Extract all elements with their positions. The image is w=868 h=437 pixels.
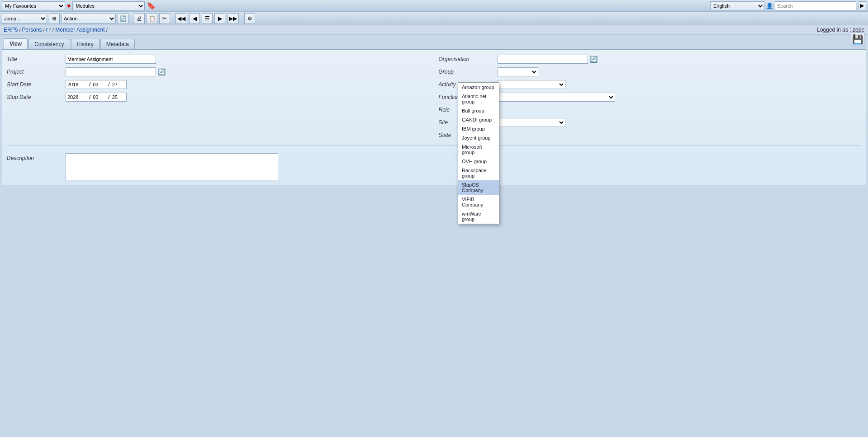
- last-button[interactable]: ▶▶: [227, 13, 239, 24]
- scissors-button[interactable]: ✂: [159, 13, 170, 24]
- tabs-bar: View Consistency History Metadata: [0, 35, 868, 49]
- form-left: Title Project 🔄 Start Date / /: [7, 54, 430, 143]
- extra-button[interactable]: ⚙: [244, 13, 255, 24]
- title-input[interactable]: [66, 55, 156, 64]
- top-bar-right: English 👤 ▶: [710, 1, 866, 10]
- language-dropdown[interactable]: English: [710, 1, 764, 10]
- role-row: Role: [439, 105, 862, 115]
- favourites-dropdown[interactable]: My Favourites: [2, 1, 65, 10]
- group-label: Group: [439, 69, 498, 75]
- stop-date-year[interactable]: [66, 93, 88, 102]
- tab-consistency[interactable]: Consistency: [28, 39, 70, 49]
- start-date-row: Start Date / /: [7, 80, 430, 89]
- breadcrumb-member-assignment[interactable]: Member Assignment: [55, 27, 104, 33]
- stop-date-label: Stop Date: [7, 94, 66, 100]
- search-button[interactable]: ▶: [858, 1, 866, 10]
- stop-date-sep1: /: [88, 93, 91, 102]
- form-section: Title Project 🔄 Start Date / /: [7, 54, 861, 143]
- group-row: Group: [439, 67, 862, 77]
- tab-view[interactable]: View: [4, 38, 28, 49]
- start-date-sep2: /: [107, 80, 110, 89]
- activity-row: Activity: [439, 80, 862, 89]
- stop-date-row: Stop Date / /: [7, 92, 430, 102]
- group-option-atlantic[interactable]: Atlantic.net group: [458, 92, 499, 106]
- heart-icon[interactable]: ♥: [67, 2, 71, 9]
- group-option-joyent[interactable]: Joyent group: [458, 133, 499, 142]
- title-label: Title: [7, 56, 66, 62]
- function-row: Function: [439, 92, 862, 102]
- group-select[interactable]: [498, 67, 538, 76]
- main-form-area: Title Project 🔄 Start Date / /: [2, 49, 866, 185]
- organisation-row: Organisation 🔄: [439, 54, 862, 64]
- organisation-input[interactable]: [498, 55, 588, 64]
- list-button[interactable]: ☰: [202, 13, 213, 24]
- tab-metadata[interactable]: Metadata: [100, 39, 135, 49]
- tab-history[interactable]: History: [71, 39, 100, 49]
- group-option-gandi[interactable]: GANDI group: [458, 115, 499, 124]
- breadcrumb-erp5[interactable]: ERP5: [4, 27, 18, 33]
- project-label: Project: [7, 69, 66, 75]
- function-select[interactable]: [498, 93, 615, 102]
- breadcrumb: ERP5 / Persons / r r / Member Assignment…: [0, 25, 868, 35]
- activity-select[interactable]: [498, 80, 565, 89]
- group-option-ovh[interactable]: OVH group: [458, 157, 499, 166]
- breadcrumb-logged-in: Logged in as : zope: [817, 27, 864, 33]
- prev-button[interactable]: ◀: [189, 13, 200, 24]
- stop-date-month[interactable]: [91, 93, 107, 102]
- project-row: Project 🔄: [7, 67, 430, 77]
- group-option-amazon[interactable]: Amazon group: [458, 83, 499, 92]
- next-button[interactable]: ▶: [214, 13, 225, 24]
- search-input[interactable]: [775, 1, 856, 10]
- start-date-year[interactable]: [66, 80, 88, 89]
- group-option-ibm[interactable]: IBM group: [458, 124, 499, 133]
- group-option-bull[interactable]: Bull group: [458, 106, 499, 115]
- stop-date-sep2: /: [107, 93, 110, 102]
- navigate-button[interactable]: ⊕: [49, 13, 60, 24]
- group-option-vifib[interactable]: VIFIB Company: [458, 195, 499, 209]
- project-refresh-icon[interactable]: 🔄: [158, 68, 166, 75]
- start-date-month[interactable]: [91, 80, 107, 89]
- title-row: Title: [7, 54, 430, 64]
- save-disk-button[interactable]: 💾: [851, 33, 864, 46]
- stop-date-day[interactable]: [111, 93, 127, 102]
- form-right: Organisation 🔄 Group Activity: [439, 54, 862, 143]
- first-button[interactable]: ◀◀: [175, 13, 187, 24]
- stop-date-fields: / /: [66, 93, 127, 102]
- description-label: Description: [7, 153, 66, 161]
- state-row: State: [439, 130, 862, 140]
- refresh-button[interactable]: 🔄: [118, 13, 128, 24]
- project-input[interactable]: [66, 67, 156, 76]
- group-dropdown-list: Amazon group Atlantic.net group Bull gro…: [458, 82, 499, 224]
- site-row: Site: [439, 117, 862, 127]
- organisation-refresh-icon[interactable]: 🔄: [590, 56, 598, 63]
- group-option-rackspace[interactable]: Rackspace group: [458, 166, 499, 180]
- breadcrumb-rr[interactable]: r r: [46, 27, 51, 33]
- start-date-sep1: /: [88, 80, 91, 89]
- user-icon: 👤: [766, 3, 773, 9]
- action-dropdown[interactable]: Action...: [62, 14, 116, 23]
- toolbar: Jump... ⊕ Action... 🔄 🖨 📋 ✂ ◀◀ ◀ ☰ ▶ ▶▶ …: [0, 12, 868, 25]
- breadcrumb-persons[interactable]: Persons: [22, 27, 42, 33]
- print-button[interactable]: 🖨: [134, 13, 145, 24]
- group-option-microsoft[interactable]: Microsoft group: [458, 142, 499, 157]
- group-option-wmware[interactable]: wmWare group: [458, 209, 499, 224]
- top-bar-left: My Favourites ♥ Modules 🔖: [2, 1, 710, 10]
- description-section: Description: [7, 153, 861, 180]
- description-textarea[interactable]: [66, 153, 278, 180]
- bookmark-icon[interactable]: 🔖: [147, 1, 156, 10]
- start-date-label: Start Date: [7, 81, 66, 88]
- copy-button[interactable]: 📋: [147, 13, 157, 24]
- save-icon-area: 💾: [851, 33, 864, 46]
- start-date-day[interactable]: [111, 80, 127, 89]
- group-option-slapos[interactable]: SlapOS Company: [458, 180, 499, 195]
- organisation-label: Organisation: [439, 56, 498, 62]
- top-bar: My Favourites ♥ Modules 🔖 English 👤 ▶: [0, 0, 868, 12]
- modules-dropdown[interactable]: Modules: [72, 1, 145, 10]
- jump-dropdown[interactable]: Jump...: [2, 14, 47, 23]
- start-date-fields: / /: [66, 80, 127, 89]
- site-select[interactable]: [498, 118, 565, 127]
